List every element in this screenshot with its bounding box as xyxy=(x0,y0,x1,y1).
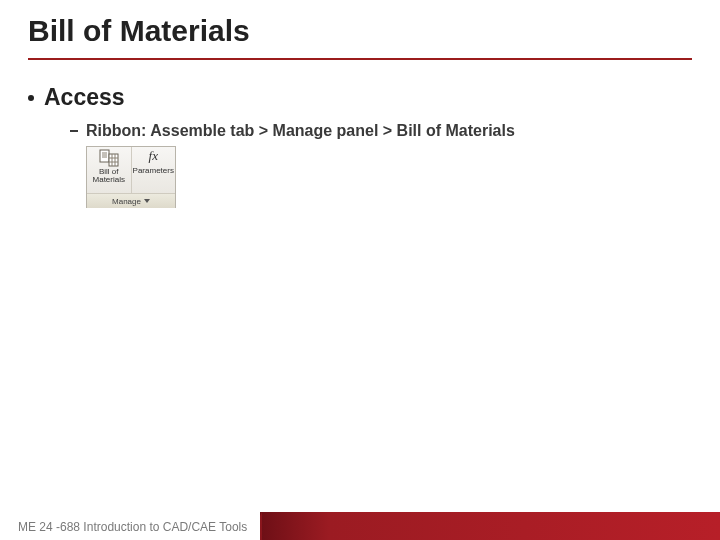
fx-icon: fx xyxy=(141,149,165,165)
svg-rect-4 xyxy=(109,154,118,166)
bullet-level1-text: Access xyxy=(44,84,125,111)
ribbon-footer-label: Manage xyxy=(112,197,141,206)
bill-of-materials-button[interactable]: Bill of Materials xyxy=(87,147,131,193)
bullet-dot-icon xyxy=(28,95,34,101)
bullet-level2-text: Ribbon: Assemble tab > Manage panel > Bi… xyxy=(86,122,515,140)
dropdown-triangle-icon xyxy=(144,199,150,203)
parameters-button[interactable]: fx Parameters xyxy=(131,147,176,193)
bill-of-materials-icon xyxy=(99,149,119,167)
ribbon-manage-panel: Bill of Materials fx Parameters Manage xyxy=(86,146,176,208)
ribbon-body: Bill of Materials fx Parameters xyxy=(87,147,175,193)
parameters-label: Parameters xyxy=(133,167,174,175)
bom-label-2: Materials xyxy=(93,176,125,184)
bullet-dash-icon xyxy=(70,130,78,132)
slide-footer: ME 24 -688 Introduction to CAD/CAE Tools xyxy=(0,512,720,540)
ribbon-panel-footer[interactable]: Manage xyxy=(87,193,175,208)
bullet-level2: Ribbon: Assemble tab > Manage panel > Bi… xyxy=(70,122,515,140)
svg-rect-0 xyxy=(100,150,109,162)
footer-red-bar xyxy=(260,512,720,540)
footer-text: ME 24 -688 Introduction to CAD/CAE Tools xyxy=(18,520,247,534)
title-underline xyxy=(28,58,692,60)
bullet-level1: Access xyxy=(28,84,125,111)
slide-title: Bill of Materials xyxy=(28,14,250,48)
slide: Bill of Materials Access Ribbon: Assembl… xyxy=(0,0,720,540)
